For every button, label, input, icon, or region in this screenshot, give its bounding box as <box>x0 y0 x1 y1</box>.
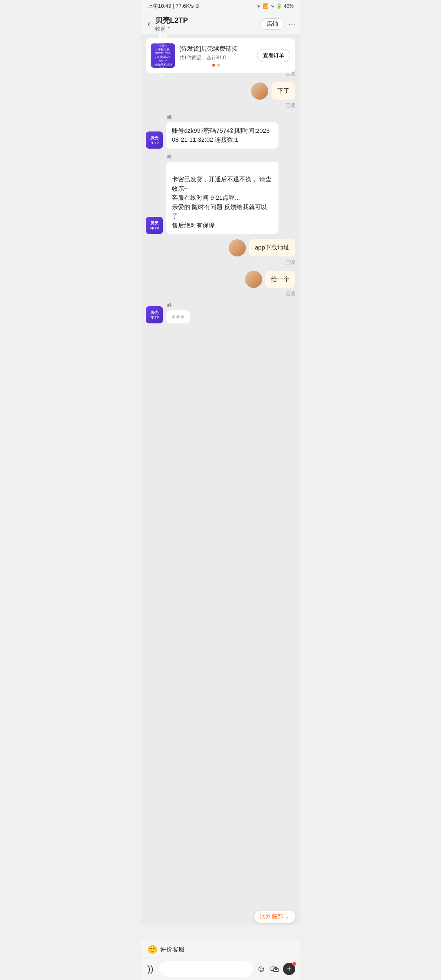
nav-actions: 店铺 ··· <box>261 18 295 30</box>
wifi-icon: ∿ <box>270 3 274 9</box>
chat-area: 贝壳 覆盖全国500多个城市• 手机电脑PPTP/L2SP• 企业级防护SSTP… <box>141 34 300 924</box>
shop-bag-button[interactable]: 🛍 <box>270 964 279 974</box>
dot-1 <box>212 64 215 67</box>
view-order-button[interactable]: 查看订单 <box>257 49 290 62</box>
input-bar: 🙂 评价客服 )) ☺ 🛍 + <box>141 941 300 980</box>
order-card: 贝壳 覆盖全国500多个城市• 手机电脑PPTP/L2SP• 企业级防护SSTP… <box>146 38 295 77</box>
shop-button[interactable]: 店铺 <box>261 18 284 30</box>
back-to-bottom-button[interactable]: 回到底部 ⌄ <box>254 911 295 923</box>
emoji-button[interactable]: ☺ <box>257 964 266 974</box>
seller-avatar-3: 贝壳 PPTP <box>146 217 163 234</box>
notification-dot <box>292 962 296 966</box>
nav-subtitle: 收起 ⌃ <box>155 25 257 33</box>
message-input[interactable] <box>159 961 253 977</box>
bubble-3: 卡密已发货，开通后不退不换， 请查收亲~ 客服在线时间 9-21点喔... 亲爱… <box>166 162 278 234</box>
order-title: [待发货]贝壳续费链接 <box>179 45 253 53</box>
message-row-3: 贝壳 PPTP 峰 卡密已发货，开通后不退不换， 请查收亲~ 客服在线时间 9-… <box>146 154 295 234</box>
dot-2 <box>217 64 220 67</box>
bubble-1: 下了 <box>272 82 295 100</box>
status-time-network: 上午10:49 | 77.6K/s ⊙ <box>147 2 200 10</box>
rating-text[interactable]: 评价客服 <box>160 946 185 953</box>
buyer-avatar-4 <box>229 239 246 256</box>
message-row-6: 贝壳 PPTP 峰 <box>146 302 295 323</box>
smiley-icon: 🙂 <box>147 944 158 954</box>
nav-title-area: 贝壳L2TP 收起 ⌃ <box>155 16 257 33</box>
voice-button[interactable]: )) <box>146 962 155 976</box>
more-button[interactable]: ··· <box>288 20 295 29</box>
rating-bar[interactable]: 🙂 评价客服 <box>141 941 300 958</box>
bluetooth-icon: ∗ <box>257 3 261 9</box>
seller-avatar-6: 贝壳 PPTP <box>146 306 163 323</box>
buyer-avatar-5 <box>245 271 262 288</box>
back-button[interactable]: ‹ <box>146 17 152 31</box>
sender-name-3: 峰 <box>167 154 278 160</box>
status-icons: ∗ 📶 ∿ 🔋 40% <box>257 3 294 9</box>
seller-avatar-2: 贝壳 PPTP <box>146 131 163 149</box>
typing-bubble <box>166 310 190 323</box>
msg-content-2: 峰 账号dzk997密码7574到期时间:2023-08-21 11:32:02… <box>166 114 278 149</box>
read-status-4: 已读 <box>146 259 295 266</box>
message-row-1: 下了 <box>146 82 295 100</box>
order-sub: 共1件商品，合计¥1.0 <box>179 54 253 61</box>
sender-name-2: 峰 <box>167 114 278 121</box>
input-row: )) ☺ 🛍 + <box>141 958 300 980</box>
bubble-2: 账号dzk997密码7574到期时间:2023-08-21 11:32:02 连… <box>166 122 278 149</box>
chevron-down-icon: ⌄ <box>285 913 290 920</box>
sender-name-6: 峰 <box>167 302 190 309</box>
msg-content-5: 给一个 <box>265 271 295 288</box>
brand-name: 贝壳 <box>158 33 167 40</box>
battery-icon: 🔋 <box>276 3 282 9</box>
message-row-2: 贝壳 PPTP 峰 账号dzk997密码7574到期时间:2023-08-21 … <box>146 114 295 149</box>
message-row-5: 给一个 <box>146 271 295 288</box>
read-status-5: 已读 <box>146 290 295 297</box>
signal-icon: 📶 <box>263 3 269 9</box>
read-status-1: 已读 <box>146 102 295 109</box>
buyer-avatar-1 <box>251 82 268 100</box>
status-bar: 上午10:49 | 77.6K/s ⊙ ∗ 📶 ∿ 🔋 40% <box>141 0 300 12</box>
add-button[interactable]: + <box>283 963 295 975</box>
bubble-5: 给一个 <box>265 271 295 288</box>
order-dots <box>179 64 253 67</box>
nav-bar: ‹ 贝壳L2TP 收起 ⌃ 店铺 ··· <box>141 12 300 34</box>
msg-content-1: 下了 <box>272 82 295 100</box>
chevron-up-icon: ⌃ <box>167 26 171 32</box>
order-info: [待发货]贝壳续费链接 共1件商品，合计¥1.0 <box>179 45 253 67</box>
order-thumbnail: 贝壳 覆盖全国500多个城市• 手机电脑PPTP/L2SP• 企业级防护SSTP… <box>151 43 175 68</box>
chat-title: 贝壳L2TP <box>155 16 257 25</box>
msg-content-3: 峰 卡密已发货，开通后不退不换， 请查收亲~ 客服在线时间 9-21点喔... … <box>166 154 278 234</box>
bubble-4: app下载地址 <box>249 239 295 256</box>
message-row-4: app下载地址 <box>146 239 295 256</box>
msg-content-4: app下载地址 <box>249 239 295 256</box>
msg-content-6: 峰 <box>166 302 190 323</box>
